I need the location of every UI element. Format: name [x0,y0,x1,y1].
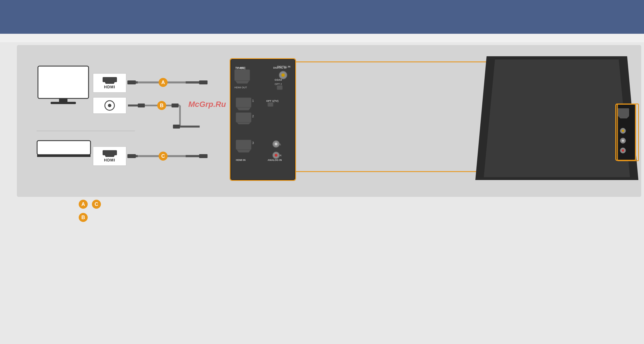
svg-text:DIGITAL IN: DIGITAL IN [273,66,286,69]
diagram-background: A B C [17,45,641,197]
panel-bottom-section: 3 L R HDMI IN ANALOG IN [235,138,290,176]
legend-section: A C B [79,200,101,226]
svg-text:2: 2 [252,114,254,118]
svg-marker-39 [105,155,115,157]
svg-text:COAX: COAX [275,78,282,81]
svg-point-65 [275,154,277,157]
svg-text:1: 1 [252,99,254,102]
hdmi-connector-symbol [102,77,117,84]
svg-rect-19 [127,80,136,84]
svg-text:ANALOG IN: ANALOG IN [268,159,282,161]
svg-rect-29 [38,66,89,98]
svg-rect-37 [37,155,91,157]
tv-hdmi-port-box: HDMI [93,73,126,93]
svg-rect-22 [199,154,207,158]
svg-point-12 [157,101,166,110]
svg-marker-33 [105,82,115,84]
svg-rect-31 [51,102,76,104]
svg-rect-45 [277,86,283,90]
optical-connector-symbol [104,100,115,111]
svg-marker-48 [235,81,249,84]
svg-rect-58 [236,140,251,150]
svg-text:HDMI IN: HDMI IN [236,159,246,161]
svg-point-35 [108,104,111,107]
svg-rect-32 [103,77,117,82]
svg-text:OPT 2: OPT 2 [275,83,282,86]
dvd-illustration [37,138,91,158]
dvd-hdmi-port-box: HDMI [93,146,126,166]
svg-rect-9 [138,104,145,107]
svg-rect-11 [173,125,180,129]
legend-badge-a: A [79,200,88,209]
device-divider-line [37,131,135,131]
dvd-device [37,138,91,159]
svg-marker-51 [237,107,251,110]
svg-text:B: B [160,103,164,108]
legend-badge-b: B [79,213,88,222]
tv-optical-port-box [93,97,126,114]
main-content: A B C [0,42,644,344]
panel-ports-middle: 1 OPT 1(TV) 2 [235,96,292,124]
svg-rect-21 [127,154,136,158]
tv-device [37,65,90,111]
dvd-hdmi-connector-symbol [102,150,117,157]
svg-rect-50 [236,98,251,107]
svg-text:A: A [161,80,165,85]
watermark: McGrp.Ru [188,100,226,109]
svg-marker-59 [237,150,251,152]
svg-point-62 [275,143,277,145]
legend-row-2: B [79,213,101,222]
connection-panel: TV·ARC DIGITAL IN DIGITAL IN COAX OPT 2 [231,59,295,180]
svg-text:TV·ARC: TV·ARC [235,66,245,69]
svg-text:L: L [280,143,281,146]
legend-badge-c: C [92,200,101,209]
soundbar-illustration [473,51,641,186]
legend-row-1: A C [79,200,101,209]
svg-point-42 [281,73,285,77]
svg-rect-10 [171,104,178,107]
svg-point-3 [159,78,168,87]
tv-illustration [37,65,90,110]
svg-text:R: R [280,154,282,157]
svg-point-17 [159,152,168,161]
dvd-hdmi-label: HDMI [104,158,115,162]
svg-text:HDMI OUT: HDMI OUT [234,86,247,89]
svg-rect-54 [268,102,273,107]
right-panel-orange-border [617,104,639,161]
divider-strip [0,34,644,42]
svg-rect-30 [59,98,67,102]
svg-rect-20 [199,80,207,84]
svg-rect-38 [103,150,117,155]
panel-middle-section: 1 OPT 1(TV) 2 [235,96,290,125]
svg-rect-36 [37,141,91,155]
tv-hdmi-label: HDMI [104,85,115,89]
svg-rect-47 [234,69,250,81]
soundbar-device-right [473,51,641,186]
svg-text:3: 3 [252,141,254,145]
svg-text:C: C [161,153,165,159]
svg-marker-56 [237,122,251,124]
panel-ports-bottom: 3 L R HDMI IN ANALOG IN [235,138,292,175]
panel-ports-top: DIGITAL IN COAX OPT 2 TV·ARC [234,65,290,91]
svg-text:OPT 1(TV): OPT 1(TV) [266,100,279,102]
svg-rect-55 [236,113,251,122]
top-banner [0,0,644,34]
